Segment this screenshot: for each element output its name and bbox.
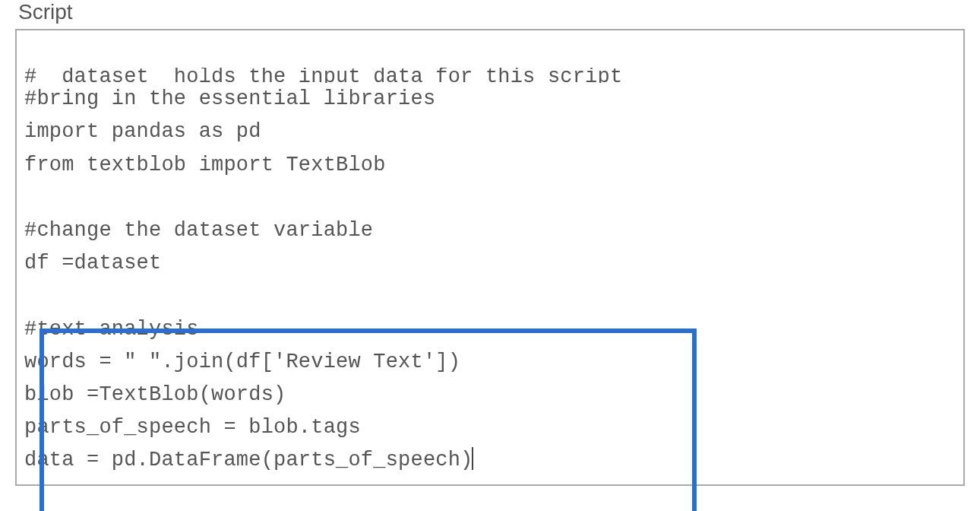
code-line: #text analysis [24, 318, 199, 341]
code-line: #bring in the essential libraries [24, 87, 435, 110]
code-line: import pandas as pd [24, 120, 261, 143]
script-editor[interactable]: # dataset holds the input data for this … [15, 29, 965, 486]
code-line: df =dataset [24, 252, 161, 275]
code-content[interactable]: # dataset holds the input data for this … [24, 35, 956, 477]
script-panel: Script # dataset holds the input data fo… [0, 0, 980, 501]
text-cursor [472, 447, 473, 470]
code-line: from textblob import TextBlob [24, 154, 386, 176]
code-line: parts_of_speech = blob.tags [24, 416, 361, 439]
partial-top-line: # dataset holds the input data for this … [24, 68, 956, 83]
panel-title: Script [15, 0, 965, 24]
code-line: data = pd.DataFrame(parts_of_speech) [24, 449, 473, 471]
code-line: #change the dataset variable [24, 219, 373, 242]
code-line: blob =TextBlob(words) [24, 383, 286, 406]
code-line: words = " ".join(df['Review Text']) [24, 351, 460, 373]
